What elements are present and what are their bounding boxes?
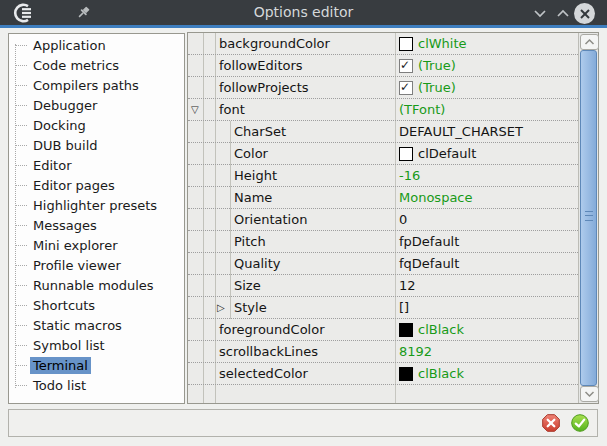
grid-row-font[interactable]: ▽font(TFont) bbox=[188, 99, 578, 121]
property-name: foregroundColor bbox=[219, 319, 325, 340]
scrollbar-thumb[interactable] bbox=[580, 50, 597, 386]
button-bar bbox=[8, 409, 598, 437]
property-value-cell[interactable]: (True) bbox=[395, 55, 578, 76]
grid-row-followProjects[interactable]: followProjects(True) bbox=[188, 77, 578, 99]
sidebar-item-highlighter-presets[interactable]: Highlighter presets bbox=[9, 195, 184, 215]
property-value: [] bbox=[399, 300, 409, 315]
sidebar-item-messages[interactable]: Messages bbox=[9, 215, 184, 235]
collapse-icon[interactable]: ▽ bbox=[191, 99, 199, 120]
close-button[interactable] bbox=[574, 3, 595, 24]
property-name: followProjects bbox=[219, 77, 309, 98]
expand-icon[interactable]: ▷ bbox=[217, 297, 225, 318]
property-value-cell[interactable]: clBlack bbox=[395, 319, 578, 340]
scroll-up-button[interactable] bbox=[580, 34, 599, 50]
property-value: clWhite bbox=[418, 36, 467, 51]
sidebar-item-application[interactable]: Application bbox=[9, 35, 184, 55]
cancel-button[interactable] bbox=[542, 414, 560, 432]
sidebar-item-label: Compilers paths bbox=[30, 77, 142, 94]
scrollbar-grip bbox=[585, 211, 593, 221]
scroll-down-button[interactable] bbox=[580, 386, 599, 402]
property-value-cell[interactable]: -16 bbox=[395, 165, 578, 186]
grid-row-Name[interactable]: NameMonospace bbox=[188, 187, 578, 209]
vertical-scrollbar[interactable] bbox=[578, 33, 598, 403]
property-value-cell[interactable]: 0 bbox=[395, 209, 578, 230]
grid-row-Style[interactable]: ▷Style[] bbox=[188, 297, 578, 319]
property-name: scrollbackLines bbox=[219, 341, 318, 362]
sidebar-item-mini-explorer[interactable]: Mini explorer bbox=[9, 235, 184, 255]
grid-row-backgroundColor[interactable]: backgroundColorclWhite bbox=[188, 33, 578, 55]
property-value-cell[interactable]: fqDefault bbox=[395, 253, 578, 274]
titlebar-accent-line bbox=[0, 25, 607, 28]
property-value: fpDefault bbox=[399, 234, 459, 249]
color-swatch[interactable] bbox=[399, 367, 413, 381]
property-name: Pitch bbox=[234, 231, 266, 252]
property-value: 0 bbox=[399, 212, 407, 227]
options-tree[interactable]: ApplicationCode metricsCompilers pathsDe… bbox=[8, 33, 185, 404]
property-value-cell[interactable]: DEFAULT_CHARSET bbox=[395, 121, 578, 142]
property-value: clBlack bbox=[418, 322, 464, 337]
property-name: Style bbox=[234, 297, 267, 318]
property-value-cell[interactable]: [] bbox=[395, 297, 578, 318]
property-value: fqDefault bbox=[399, 256, 459, 271]
sidebar-item-static-macros[interactable]: Static macros bbox=[9, 315, 184, 335]
grid-row-Quality[interactable]: QualityfqDefault bbox=[188, 253, 578, 275]
grid-row-selectedColor[interactable]: selectedColorclBlack bbox=[188, 363, 578, 385]
property-value-cell[interactable]: fpDefault bbox=[395, 231, 578, 252]
sidebar-item-editor-pages[interactable]: Editor pages bbox=[9, 175, 184, 195]
sidebar-item-dub-build[interactable]: DUB build bbox=[9, 135, 184, 155]
maximize-button[interactable] bbox=[553, 2, 573, 23]
property-value: DEFAULT_CHARSET bbox=[399, 124, 523, 139]
sidebar-item-profile-viewer[interactable]: Profile viewer bbox=[9, 255, 184, 275]
sidebar-item-code-metrics[interactable]: Code metrics bbox=[9, 55, 184, 75]
sidebar-item-label: Runnable modules bbox=[30, 277, 157, 294]
sidebar-item-symbol-list[interactable]: Symbol list bbox=[9, 335, 184, 355]
grid-row-Height[interactable]: Height-16 bbox=[188, 165, 578, 187]
sidebar-item-debugger[interactable]: Debugger bbox=[9, 95, 184, 115]
grid-row-CharSet[interactable]: CharSetDEFAULT_CHARSET bbox=[188, 121, 578, 143]
property-value-cell[interactable]: clBlack bbox=[395, 363, 578, 384]
sidebar-item-label: Symbol list bbox=[30, 337, 108, 354]
property-name: Quality bbox=[234, 253, 280, 274]
property-grid[interactable]: backgroundColorclWhitefollowEditors(True… bbox=[187, 32, 599, 404]
property-value: clBlack bbox=[418, 366, 464, 381]
property-value-cell[interactable]: (True) bbox=[395, 77, 578, 98]
grid-row-Color[interactable]: ColorclDefault bbox=[188, 143, 578, 165]
grid-row-followEditors[interactable]: followEditors(True) bbox=[188, 55, 578, 77]
titlebar[interactable]: Options editor bbox=[0, 0, 607, 25]
grid-row-foregroundColor[interactable]: foregroundColorclBlack bbox=[188, 319, 578, 341]
property-value-cell[interactable]: clWhite bbox=[395, 33, 578, 54]
property-name: Height bbox=[234, 165, 277, 186]
sidebar-item-docking[interactable]: Docking bbox=[9, 115, 184, 135]
color-swatch[interactable] bbox=[399, 323, 413, 337]
sidebar-item-label: Shortcuts bbox=[30, 297, 98, 314]
sidebar-item-label: Debugger bbox=[30, 97, 100, 114]
sidebar-item-terminal[interactable]: Terminal bbox=[9, 355, 184, 375]
checkbox-checked[interactable] bbox=[399, 81, 413, 95]
property-value-cell[interactable]: clDefault bbox=[395, 143, 578, 164]
sidebar-item-label: Docking bbox=[30, 117, 89, 134]
grid-row-Pitch[interactable]: PitchfpDefault bbox=[188, 231, 578, 253]
sidebar-item-compilers-paths[interactable]: Compilers paths bbox=[9, 75, 184, 95]
property-value-cell[interactable]: 12 bbox=[395, 275, 578, 296]
minimize-button[interactable] bbox=[530, 2, 550, 23]
property-value: -16 bbox=[399, 168, 420, 183]
sidebar-item-editor[interactable]: Editor bbox=[9, 155, 184, 175]
close-icon bbox=[579, 8, 591, 20]
sidebar-item-shortcuts[interactable]: Shortcuts bbox=[9, 295, 184, 315]
grid-row-Size[interactable]: Size12 bbox=[188, 275, 578, 297]
sidebar-item-todo-list[interactable]: Todo list bbox=[9, 375, 184, 395]
property-value-cell[interactable]: 8192 bbox=[395, 341, 578, 362]
property-value: 8192 bbox=[399, 344, 432, 359]
accept-button[interactable] bbox=[571, 414, 589, 432]
property-value-cell[interactable]: (TFont) bbox=[395, 99, 578, 120]
checkbox-checked[interactable] bbox=[399, 59, 413, 73]
color-swatch[interactable] bbox=[399, 147, 413, 161]
sidebar-item-label: Editor pages bbox=[30, 177, 118, 194]
grid-row-Orientation[interactable]: Orientation0 bbox=[188, 209, 578, 231]
property-value-cell[interactable]: Monospace bbox=[395, 187, 578, 208]
sidebar-item-label: Static macros bbox=[30, 317, 125, 334]
sidebar-item-label: Editor bbox=[30, 157, 74, 174]
grid-row-scrollbackLines[interactable]: scrollbackLines8192 bbox=[188, 341, 578, 363]
sidebar-item-runnable-modules[interactable]: Runnable modules bbox=[9, 275, 184, 295]
color-swatch[interactable] bbox=[399, 37, 413, 51]
